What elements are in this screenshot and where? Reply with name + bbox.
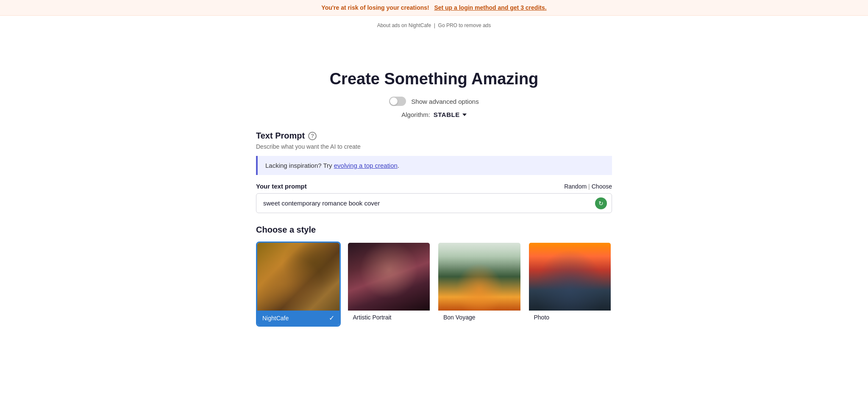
warning-banner: You're at risk of losing your creations!…: [0, 0, 868, 16]
style-image-photo: [529, 243, 611, 311]
advanced-options-label: Show advanced options: [411, 98, 479, 105]
refresh-prompt-button[interactable]: ↻: [595, 197, 607, 209]
style-name-bon-voyage: Bon Voyage: [443, 314, 476, 321]
style-image-nightcafe: [257, 243, 339, 311]
text-prompt-desc: Describe what you want the AI to create: [256, 143, 612, 150]
prompt-input-wrapper: ↻: [256, 193, 612, 213]
algorithm-label: Algorithm:: [401, 111, 430, 118]
warning-text: You're at risk of losing your creations!: [321, 4, 429, 11]
style-name-nightcafe: NightCafe: [262, 315, 289, 322]
style-image-artistic-portrait: [348, 243, 430, 311]
style-label-bon-voyage: Bon Voyage ✓: [438, 311, 520, 324]
algorithm-dropdown[interactable]: STABLE: [434, 111, 467, 118]
style-label-photo: Photo ✓: [529, 311, 611, 324]
style-image-bon-voyage: [438, 243, 520, 311]
main-content: Create Something Amazing Show advanced o…: [239, 57, 629, 344]
ad-separator: |: [434, 22, 435, 28]
go-pro-link[interactable]: Go PRO to remove ads: [438, 22, 491, 28]
text-prompt-help-icon[interactable]: ?: [308, 132, 317, 140]
inspiration-text: Lacking inspiration? Try: [265, 162, 334, 169]
warning-cta-link[interactable]: Set up a login method and get 3 credits.: [434, 4, 546, 11]
prompt-actions-separator: |: [588, 183, 590, 190]
style-section-title: Choose a style: [256, 225, 612, 235]
prompt-actions: Random | Choose: [564, 183, 612, 190]
style-name-photo: Photo: [534, 314, 550, 321]
algorithm-chevron-icon: [462, 114, 467, 116]
style-name-artistic-portrait: Artistic Portrait: [353, 314, 392, 321]
prompt-input[interactable]: [256, 193, 612, 213]
ad-area: [0, 32, 868, 57]
prompt-row: Your text prompt Random | Choose: [256, 183, 612, 190]
inspiration-banner: Lacking inspiration? Try evolving a top …: [256, 156, 612, 175]
style-label-artistic-portrait: Artistic Portrait ✓: [348, 311, 430, 324]
choose-prompt-link[interactable]: Choose: [592, 183, 612, 190]
advanced-options-row: Show advanced options: [256, 97, 612, 106]
style-grid: NightCafe ✓ Artistic Portrait ✓ Bon Voya…: [256, 241, 612, 327]
style-card-artistic-portrait[interactable]: Artistic Portrait ✓: [347, 241, 431, 327]
check-icon-nightcafe: ✓: [329, 314, 334, 322]
algorithm-value-text: STABLE: [434, 111, 460, 118]
inspiration-suffix: .: [398, 162, 399, 169]
style-card-nightcafe[interactable]: NightCafe ✓: [256, 241, 341, 327]
style-card-photo[interactable]: Photo ✓: [528, 241, 612, 327]
advanced-options-toggle[interactable]: [389, 97, 406, 106]
evolving-top-creation-link[interactable]: evolving a top creation: [334, 162, 398, 169]
algorithm-row: Algorithm: STABLE: [256, 111, 612, 118]
text-prompt-title: Text Prompt: [256, 131, 305, 141]
style-card-bon-voyage[interactable]: Bon Voyage ✓: [437, 241, 522, 327]
style-label-nightcafe: NightCafe ✓: [257, 311, 339, 325]
page-title: Create Something Amazing: [256, 70, 612, 88]
about-ads-link[interactable]: About ads on NightCafe: [377, 22, 431, 28]
prompt-label: Your text prompt: [256, 183, 307, 190]
ad-notice: About ads on NightCafe | Go PRO to remov…: [0, 16, 868, 32]
random-prompt-link[interactable]: Random: [564, 183, 587, 190]
text-prompt-header: Text Prompt ?: [256, 131, 612, 141]
